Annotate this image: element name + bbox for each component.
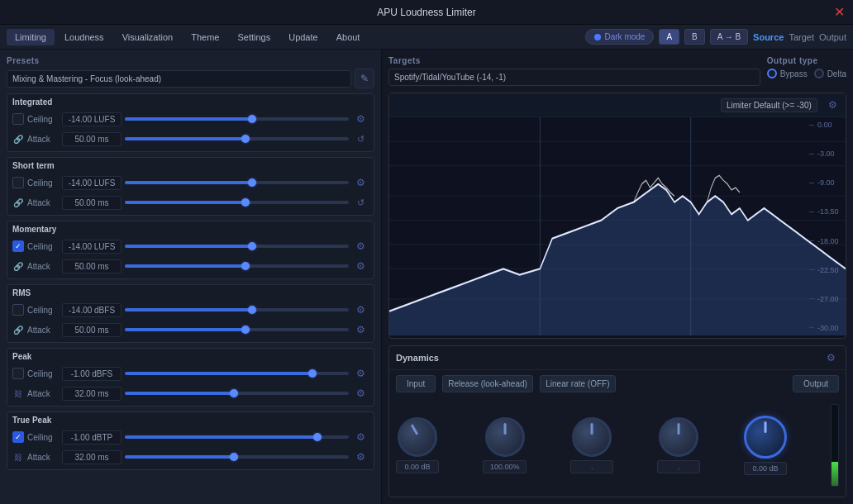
rms-ceiling-slider[interactable] (125, 304, 349, 316)
knob-4[interactable] (659, 417, 698, 457)
peak-ceiling-slider[interactable] (125, 368, 349, 379)
integrated-attack-refresh[interactable]: ↺ (352, 131, 369, 147)
momentary-attack-gear[interactable]: ⚙ (352, 258, 369, 274)
true-peak-attack-gear[interactable]: ⚙ (352, 449, 369, 465)
knob-output[interactable] (744, 416, 787, 459)
short-term-title: Short term (12, 161, 369, 170)
dynamics-release-select[interactable]: Release (look-ahead) (442, 375, 533, 392)
integrated-ceiling-value[interactable]: -14.00 LUFS (62, 112, 122, 126)
output-button[interactable]: Output (819, 32, 846, 42)
rms-link-icon: 🔗 (12, 324, 24, 335)
preset-row: Mixing & Mastering - Focus (look-ahead) … (7, 69, 374, 88)
integrated-ceiling-slider[interactable] (125, 113, 349, 125)
integrated-checkbox[interactable] (12, 113, 24, 125)
scale-1: -3.00 (817, 150, 835, 158)
close-button[interactable]: ✕ (834, 6, 845, 19)
integrated-attack-label: Attack (27, 135, 59, 144)
app-title: APU Loudness Limiter (377, 7, 475, 18)
momentary-ceiling-gear[interactable]: ⚙ (352, 238, 369, 254)
ab-button[interactable]: A → B (710, 29, 748, 45)
rms-checkbox[interactable] (12, 304, 24, 316)
momentary-ceiling-slider[interactable] (125, 240, 349, 252)
menu-item-visualization[interactable]: Visualization (114, 29, 182, 45)
peak-ceiling-gear[interactable]: ⚙ (352, 365, 369, 382)
integrated-attack-slider[interactable] (125, 133, 349, 145)
true-peak-section: True Peak Ceiling -1.00 dBTP ⚙ ⛓ Attack … (7, 411, 374, 470)
true-peak-ceiling-slider[interactable] (125, 431, 349, 443)
integrated-ceiling-row: Ceiling -14.00 LUFS ⚙ (12, 110, 369, 128)
menu-item-update[interactable]: Update (280, 29, 326, 45)
rms-attack-value[interactable]: 50.00 ms (62, 323, 122, 337)
scale-5: -22.50 (817, 266, 839, 274)
peak-attack-value[interactable]: 32.00 ms (62, 387, 122, 401)
short-term-attack-value[interactable]: 50.00 ms (62, 196, 122, 210)
peak-ceiling-value[interactable]: -1.00 dBFS (62, 367, 122, 381)
rms-section: RMS Ceiling -14.00 dBFS ⚙ 🔗 Attack 50.00… (7, 284, 374, 343)
dynamics-gear-button[interactable]: ⚙ (822, 349, 839, 366)
momentary-attack-value[interactable]: 50.00 ms (62, 259, 122, 273)
knob-3[interactable] (572, 417, 612, 457)
right-top-row: Targets Spotify/Tidal/YouTube (-14, -1) … (388, 56, 846, 86)
momentary-attack-row: 🔗 Attack 50.00 ms ⚙ (12, 257, 369, 275)
viz-gear-button[interactable]: ⚙ (824, 97, 841, 113)
true-peak-attack-slider[interactable] (125, 451, 349, 463)
preset-select[interactable]: Mixing & Mastering - Focus (look-ahead) (7, 70, 351, 88)
short-term-ceiling-value[interactable]: -14.00 LUFS (62, 176, 122, 190)
source-button[interactable]: Source (753, 32, 784, 42)
rms-attack-slider[interactable] (125, 324, 349, 335)
short-term-ceiling-slider[interactable] (125, 177, 349, 188)
menu-item-theme[interactable]: Theme (183, 29, 227, 45)
dynamics-controls-row: Input Release (look-ahead) Linear rate (… (389, 370, 846, 397)
rms-attack-label: Attack (27, 326, 59, 335)
rms-ceiling-value[interactable]: -14.00 dBFS (62, 303, 122, 317)
knob-3-value: . (570, 460, 613, 473)
momentary-attack-slider[interactable] (125, 260, 349, 272)
targets-label: Targets (388, 56, 760, 65)
preset-edit-button[interactable]: ✎ (355, 69, 374, 88)
integrated-title: Integrated (12, 97, 369, 107)
true-peak-ceiling-gear[interactable]: ⚙ (352, 429, 369, 445)
short-term-checkbox[interactable] (12, 177, 24, 188)
dynamics-linear-select[interactable]: Linear rate (OFF) (540, 375, 616, 392)
target-button[interactable]: Target (789, 32, 814, 42)
menu-item-settings[interactable]: Settings (229, 29, 279, 45)
rms-ceiling-gear[interactable]: ⚙ (352, 302, 369, 318)
title-bar: APU Loudness Limiter ✕ (0, 0, 853, 25)
menu-item-about[interactable]: About (328, 29, 369, 45)
true-peak-attack-value[interactable]: 32.00 ms (62, 450, 122, 464)
rms-attack-gear[interactable]: ⚙ (352, 321, 369, 338)
dynamics-input-button[interactable]: Input (396, 375, 436, 392)
momentary-section: Momentary Ceiling -14.00 LUFS ⚙ 🔗 Attack… (7, 221, 374, 279)
integrated-ceiling-gear[interactable]: ⚙ (352, 111, 369, 127)
target-select[interactable]: Spotify/Tidal/YouTube (-14, -1) (388, 69, 760, 86)
short-term-link-icon: 🔗 (12, 197, 24, 208)
delta-radio[interactable]: Delta (814, 69, 846, 78)
dark-mode-button[interactable]: Dark mode (585, 29, 654, 45)
integrated-attack-value[interactable]: 50.00 ms (62, 132, 122, 146)
knobs-row: 0.00 dB 100.00% . (389, 397, 846, 497)
output-type-row: Bypass Delta (767, 69, 846, 78)
bypass-radio[interactable]: Bypass (767, 69, 808, 78)
peak-attack-slider[interactable] (125, 388, 349, 399)
knob-4-value: . (657, 460, 700, 473)
peak-attack-label: Attack (27, 389, 59, 398)
true-peak-checkbox[interactable] (12, 431, 24, 443)
short-term-ceiling-gear[interactable]: ⚙ (352, 174, 369, 191)
momentary-ceiling-value[interactable]: -14.00 LUFS (62, 240, 122, 254)
dynamics-output-button[interactable]: Output (793, 375, 839, 392)
momentary-attack-label: Attack (27, 262, 59, 271)
menu-item-limiting[interactable]: Limiting (7, 29, 55, 45)
peak-checkbox[interactable] (12, 368, 24, 379)
a-button[interactable]: A (659, 29, 679, 45)
true-peak-ceiling-value[interactable]: -1.00 dBTP (62, 430, 122, 445)
peak-attack-gear[interactable]: ⚙ (352, 385, 369, 402)
b-button[interactable]: B (684, 29, 705, 45)
short-term-attack-refresh[interactable]: ↺ (352, 194, 369, 211)
menu-item-loudness[interactable]: Loudness (56, 29, 112, 45)
momentary-checkbox[interactable] (12, 240, 24, 252)
short-term-attack-slider[interactable] (125, 197, 349, 208)
knob-2[interactable] (485, 417, 525, 457)
limiter-select[interactable]: Limiter Default (>= -30) (721, 98, 817, 112)
knob-1[interactable] (398, 417, 437, 457)
peak-title: Peak (12, 352, 369, 361)
